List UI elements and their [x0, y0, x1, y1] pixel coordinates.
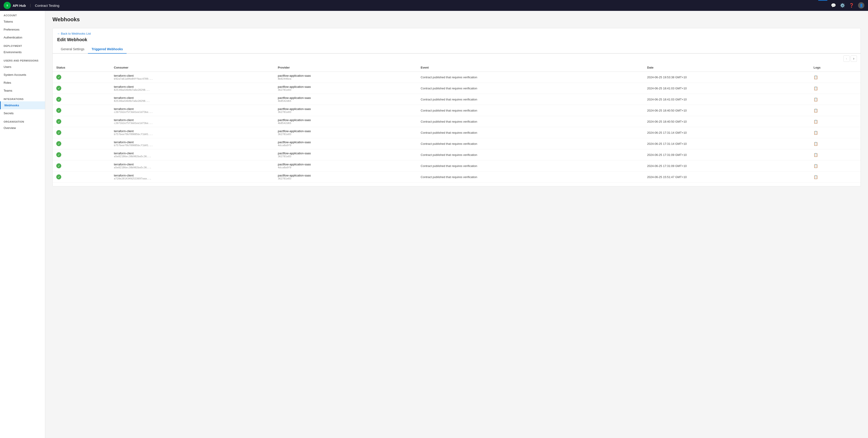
logo-icon: S: [6, 4, 8, 7]
event-cell: Contract published that requires verific…: [417, 83, 644, 94]
active-indicator: [818, 0, 827, 1]
logs-cell: 📋: [810, 172, 861, 182]
status-cell: ✓: [53, 83, 110, 94]
account-section-label: ACCOUNT: [0, 11, 45, 18]
status-cell: ✓: [53, 116, 110, 127]
provider-hash: 362781e83: [278, 111, 413, 114]
sidebar-item-users[interactable]: Users: [0, 63, 45, 71]
tab-triggered-webhooks[interactable]: Triggered Webhooks: [88, 45, 126, 54]
provider-info: pactflow-application-saas 4dca8a9f9: [278, 163, 413, 169]
date-cell: 2024-06-25 17:31:09 GMT+10: [644, 149, 810, 160]
log-icon[interactable]: 📋: [813, 86, 818, 90]
sidebar-item-environments[interactable]: Environments: [0, 48, 45, 56]
consumer-hash: a5e82186ec38b902ba5c36...: [114, 155, 271, 158]
col-status: Status: [53, 64, 110, 72]
sidebar: ACCOUNT Tokens Preferences Authenticatio…: [0, 11, 45, 438]
date-cell: 2024-06-25 17:31:09 GMT+10: [644, 160, 810, 172]
consumer-hash: c26f162e7573dd1ee1d73be...: [114, 111, 271, 114]
status-success-icon: ✓: [56, 141, 61, 146]
consumer-name: terraform-client: [114, 163, 271, 166]
status-success-icon: ✓: [56, 108, 61, 113]
col-provider: Provider: [274, 64, 417, 72]
provider-name: pactflow-application-saas: [278, 74, 413, 77]
table-row: ✓ terraform-client b92a7a61a04e84ffbac47…: [53, 72, 861, 83]
date-cell: 2024-06-25 19:53:38 GMT+10: [644, 72, 810, 83]
log-icon[interactable]: 📋: [813, 97, 818, 101]
log-icon[interactable]: 📋: [813, 153, 818, 157]
consumer-hash: b757beef9b789085bcf1b01...: [114, 144, 271, 147]
provider-hash: 4b8542d65: [278, 99, 413, 103]
help-icon[interactable]: ❓: [849, 3, 854, 8]
event-cell: Contract published that requires verific…: [417, 94, 644, 105]
log-icon[interactable]: 📋: [813, 75, 818, 79]
chat-icon[interactable]: 💬: [831, 3, 836, 8]
gear-icon[interactable]: ⚙️: [840, 3, 845, 8]
brand-name: API Hub: [13, 4, 26, 7]
log-icon[interactable]: 📋: [813, 175, 818, 179]
log-icon[interactable]: 📋: [813, 120, 818, 123]
provider-hash: 4b8542d65: [278, 122, 413, 125]
provider-hash: 362781e83: [278, 88, 413, 91]
status-success-icon: ✓: [56, 152, 61, 157]
provider-cell: pactflow-application-saas 362781e83: [274, 149, 417, 160]
log-icon[interactable]: 📋: [813, 164, 818, 168]
status-cell: ✓: [53, 72, 110, 83]
table-body: ✓ terraform-client b92a7a61a04e84ffbac47…: [53, 72, 861, 182]
sidebar-item-authentication[interactable]: Authentication: [0, 33, 45, 41]
sidebar-item-teams[interactable]: Teams: [0, 87, 45, 94]
consumer-info: terraform-client 82534ba54b9b7a6e28298..…: [114, 85, 271, 91]
consumer-cell: terraform-client b757beef9b789085bcf1b01…: [110, 127, 274, 138]
status-success-icon: ✓: [56, 75, 61, 80]
consumer-hash: a728e20143492533697aaa...: [114, 177, 271, 180]
consumer-cell: terraform-client b757beef9b789085bcf1b01…: [110, 138, 274, 149]
status-cell: ✓: [53, 127, 110, 138]
date-cell: 2024-06-25 18:40:50 GMT+10: [644, 116, 810, 127]
sidebar-item-webhooks[interactable]: Webhooks: [0, 101, 45, 109]
provider-hash: 4dca8a9f9: [278, 144, 413, 147]
provider-info: pactflow-application-saas 4b8542d65: [278, 118, 413, 125]
sidebar-item-system-accounts[interactable]: System Accounts: [0, 71, 45, 79]
provider-cell: pactflow-application-saas 4b8542d65: [274, 116, 417, 127]
back-to-webhooks-link[interactable]: ← Back to Webhooks List: [57, 32, 856, 35]
table-row: ✓ terraform-client a728e20143492533697aa…: [53, 172, 861, 182]
log-icon[interactable]: 📋: [813, 142, 818, 146]
status-cell: ✓: [53, 138, 110, 149]
table-row: ✓ terraform-client b757beef9b789085bcf1b…: [53, 138, 861, 149]
logs-cell: 📋: [810, 138, 861, 149]
sidebar-item-preferences[interactable]: Preferences: [0, 26, 45, 33]
consumer-hash: 82534ba54b9b7a6e28298...: [114, 99, 271, 103]
user-avatar[interactable]: 👤: [858, 2, 864, 8]
sidebar-item-overview[interactable]: Overview: [0, 124, 45, 132]
consumer-info: terraform-client 82534ba54b9b7a6e28298..…: [114, 96, 271, 103]
sidebar-item-tokens[interactable]: Tokens: [0, 18, 45, 26]
status-success-icon: ✓: [56, 86, 61, 91]
consumer-name: terraform-client: [114, 96, 271, 99]
table-row: ✓ terraform-client b757beef9b789085bcf1b…: [53, 127, 861, 138]
sidebar-item-secrets[interactable]: Secrets: [0, 109, 45, 117]
log-icon[interactable]: 📋: [813, 131, 818, 135]
provider-cell: pactflow-application-saas 4dca8a9f9: [274, 160, 417, 172]
log-icon[interactable]: 📋: [813, 109, 818, 112]
provider-info: pactflow-application-saas 362781e83: [278, 174, 413, 180]
provider-name: pactflow-application-saas: [278, 152, 413, 155]
prev-page-button[interactable]: ‹: [843, 55, 850, 62]
next-page-button[interactable]: ›: [850, 55, 857, 62]
table-container: ‹ › Status Consumer Provider Event Date …: [53, 54, 861, 186]
sidebar-item-roles[interactable]: Roles: [0, 79, 45, 87]
provider-cell: pactflow-application-saas 362781e83: [274, 172, 417, 182]
logs-cell: 📋: [810, 83, 861, 94]
consumer-name: terraform-client: [114, 141, 271, 144]
topnav-right: 💬 ⚙️ ❓ 👤: [831, 2, 864, 8]
event-cell: Contract published that requires verific…: [417, 116, 644, 127]
consumer-cell: terraform-client b92a7a61a04e84ffbac4789…: [110, 72, 274, 83]
consumer-hash: b92a7a61a04e84ffbac4789...: [114, 77, 271, 80]
col-date: Date: [644, 64, 810, 72]
tab-general-settings[interactable]: General Settings: [57, 45, 88, 54]
logs-cell: 📋: [810, 72, 861, 83]
consumer-info: terraform-client a5e82186ec38b902ba5c36.…: [114, 163, 271, 169]
status-success-icon: ✓: [56, 130, 61, 135]
event-cell: Contract published that requires verific…: [417, 127, 644, 138]
consumer-cell: terraform-client a5e82186ec38b902ba5c36.…: [110, 160, 274, 172]
consumer-info: terraform-client a728e20143492533697aaa.…: [114, 174, 271, 180]
table-row: ✓ terraform-client 82534ba54b9b7a6e28298…: [53, 94, 861, 105]
